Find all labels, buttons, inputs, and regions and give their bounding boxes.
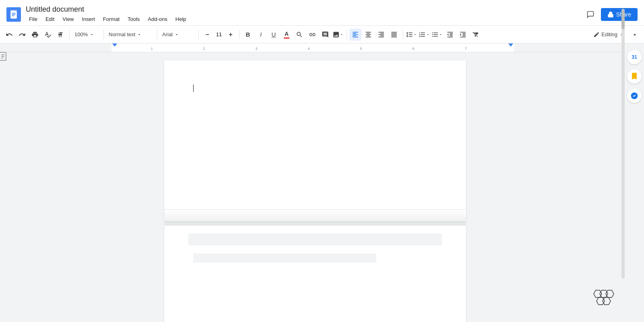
numbered-list-button[interactable] xyxy=(418,29,430,41)
clear-formatting-button[interactable] xyxy=(470,29,482,41)
document-outline-icon xyxy=(0,52,8,61)
title-area: Untitled document File Edit View Insert … xyxy=(26,5,583,24)
font-size-increase[interactable]: + xyxy=(225,29,237,41)
keep-sidebar-button[interactable] xyxy=(627,69,642,84)
main-area: 1 2 3 4 5 6 7 xyxy=(0,43,644,322)
paragraph-style-dropdown[interactable]: Normal text xyxy=(106,29,155,41)
align-left-button[interactable] xyxy=(349,29,361,41)
image-icon xyxy=(332,31,340,38)
collapse-toolbar-button[interactable] xyxy=(629,29,641,41)
menu-insert[interactable]: Insert xyxy=(78,14,98,24)
increase-indent-button[interactable] xyxy=(457,29,469,41)
chevron-up-icon xyxy=(631,31,638,38)
undo-button[interactable] xyxy=(3,29,15,41)
svg-marker-12 xyxy=(594,290,602,297)
document-scroll-area[interactable] xyxy=(6,52,625,322)
decrease-indent-icon xyxy=(446,31,454,38)
svg-marker-15 xyxy=(597,297,605,305)
italic-button[interactable]: I xyxy=(255,29,267,41)
calendar-icon: 31 xyxy=(632,54,637,60)
insert-comment-button[interactable] xyxy=(319,29,331,41)
menu-tools[interactable]: Tools xyxy=(124,14,143,24)
clear-formatting-icon xyxy=(472,31,479,38)
svg-rect-5 xyxy=(15,10,17,12)
page-break xyxy=(164,222,466,225)
ruler: 1 2 3 4 5 6 7 xyxy=(6,43,625,52)
divider-7 xyxy=(402,30,403,39)
undo-icon xyxy=(6,31,13,38)
text-color-button[interactable]: A xyxy=(281,29,293,41)
underline-button[interactable]: U xyxy=(268,29,280,41)
insert-image-button[interactable] xyxy=(332,29,344,41)
align-right-button[interactable] xyxy=(375,29,387,41)
menu-view[interactable]: View xyxy=(59,14,77,24)
divider-1 xyxy=(69,30,70,39)
underline-icon: U xyxy=(272,31,276,38)
print-button[interactable] xyxy=(29,29,41,41)
paint-format-icon xyxy=(57,31,64,38)
share-button[interactable]: Share xyxy=(601,8,638,21)
bulleted-list-button[interactable] xyxy=(431,29,443,41)
header-actions: Share xyxy=(583,7,638,22)
highlight-icon xyxy=(296,31,303,38)
edit-pencil-icon xyxy=(593,31,600,38)
font-size-decrease[interactable]: − xyxy=(201,29,213,41)
calendar-sidebar-button[interactable]: 31 xyxy=(627,50,642,64)
svg-marker-16 xyxy=(603,297,611,305)
doc-title[interactable]: Untitled document xyxy=(26,5,583,14)
link-icon xyxy=(309,31,316,38)
font-size-value[interactable]: 11 xyxy=(214,31,224,37)
page-container xyxy=(164,60,466,314)
decrease-indent-button[interactable] xyxy=(444,29,456,41)
honeycomb-logo xyxy=(588,288,620,312)
plus-icon: + xyxy=(229,31,232,38)
chevron-down-icon-7 xyxy=(439,33,443,37)
font-size-area: − 11 + xyxy=(201,29,237,41)
comment-button[interactable] xyxy=(583,7,598,22)
page-2[interactable] xyxy=(164,225,466,322)
align-left-icon xyxy=(352,31,359,38)
menu-bar: File Edit View Insert Format Tools Add-o… xyxy=(26,14,583,24)
bulleted-list-icon xyxy=(431,31,439,38)
font-color-indicator: A xyxy=(284,31,289,39)
page-1-content[interactable] xyxy=(164,60,466,221)
right-sidebar: 31 xyxy=(625,43,644,322)
line-spacing-button[interactable] xyxy=(405,29,417,41)
comment-icon xyxy=(586,10,594,19)
menu-format[interactable]: Format xyxy=(100,14,123,24)
align-justify-icon xyxy=(390,31,398,38)
toolbar: 100% Normal text Arial − 11 + B I U xyxy=(0,26,644,43)
align-center-button[interactable] xyxy=(362,29,374,41)
chevron-down-icon-3 xyxy=(174,32,179,37)
redo-button[interactable] xyxy=(16,29,28,41)
paint-format-button[interactable] xyxy=(55,29,67,41)
text-cursor xyxy=(193,85,194,92)
zoom-dropdown[interactable]: 100% xyxy=(72,29,101,41)
keep-icon xyxy=(630,72,638,80)
paragraph-style-value: Normal text xyxy=(109,31,135,37)
svg-marker-14 xyxy=(606,290,614,297)
scrollbar-thumb[interactable] xyxy=(621,9,625,29)
line-spacing-icon xyxy=(406,31,413,38)
tasks-sidebar-button[interactable] xyxy=(627,89,642,103)
spellcheck-button[interactable] xyxy=(42,29,54,41)
insert-comment-icon xyxy=(322,31,329,38)
menu-edit[interactable]: Edit xyxy=(42,14,58,24)
scrollbar-track xyxy=(621,9,625,279)
page-1[interactable] xyxy=(164,60,466,221)
link-button[interactable] xyxy=(306,29,318,41)
font-dropdown[interactable]: Arial xyxy=(160,29,196,41)
title-bar: Untitled document File Edit View Insert … xyxy=(0,0,644,26)
menu-addons[interactable]: Add-ons xyxy=(144,14,170,24)
page-2-content[interactable] xyxy=(164,246,466,322)
font-name-value: Arial xyxy=(162,31,173,37)
svg-marker-13 xyxy=(600,290,608,297)
highlight-button[interactable] xyxy=(293,29,305,41)
menu-file[interactable]: File xyxy=(26,14,41,24)
bold-button[interactable]: B xyxy=(242,29,254,41)
divider-5 xyxy=(239,30,239,39)
align-justify-button[interactable] xyxy=(388,29,400,41)
bold-icon: B xyxy=(246,31,250,38)
svg-rect-4 xyxy=(12,15,14,16)
menu-help[interactable]: Help xyxy=(172,14,190,24)
